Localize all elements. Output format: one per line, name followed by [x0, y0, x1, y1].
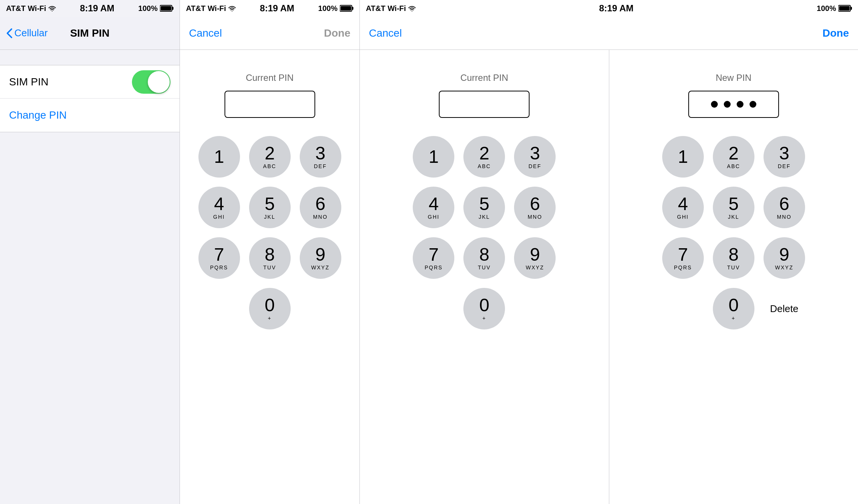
dual-pin-pane: Current PIN 1 2 ABC 3 DEF — [360, 50, 858, 504]
status-bar-3: AT&T Wi-Fi 8:19 AM 100% — [360, 0, 858, 17]
current-pin-input-3[interactable] — [439, 91, 530, 118]
toggle-knob — [148, 71, 170, 93]
pin-dot-2 — [724, 101, 731, 108]
keypad-3-right: 1 2 ABC 3 DEF 4 GHI 5 JKL — [647, 118, 820, 329]
key-7-panel2[interactable]: 7 PQRS — [198, 237, 240, 279]
key-7-left[interactable]: 7 PQRS — [413, 237, 454, 279]
sim-pin-settings-panel: AT&T Wi-Fi 8:19 AM 100% Cellular — [0, 0, 180, 504]
key-9-left[interactable]: 9 WXYZ — [514, 237, 556, 279]
cancel-button-2[interactable]: Cancel — [189, 27, 222, 39]
key-6-left[interactable]: 6 MNO — [514, 187, 556, 228]
battery-icon-3 — [838, 5, 852, 12]
battery-pct-1: 100% — [138, 4, 158, 13]
key-5-right[interactable]: 5 JKL — [713, 187, 754, 228]
pin-dot-4 — [750, 101, 756, 108]
current-pin-label-3: Current PIN — [460, 73, 508, 83]
status-right-1: 100% — [138, 4, 173, 13]
key-2-left[interactable]: 2 ABC — [463, 136, 505, 178]
key-empty-left — [413, 288, 454, 329]
key-9-panel2[interactable]: 9 WXYZ — [300, 237, 341, 279]
current-pin-pane: Current PIN 1 2 ABC 3 DEF — [360, 50, 609, 504]
key-empty-right — [662, 288, 704, 329]
current-pin-section-3: Current PIN — [439, 50, 530, 118]
key-4-panel2[interactable]: 4 GHI — [198, 187, 240, 228]
key-8-right[interactable]: 8 TUV — [713, 237, 754, 279]
key-3-right[interactable]: 3 DEF — [764, 136, 805, 178]
carrier-3: AT&T Wi-Fi — [366, 4, 406, 13]
key-1-left[interactable]: 1 — [413, 136, 454, 178]
current-pin-panel: AT&T Wi-Fi 8:19 AM 100% Cancel Done Curr… — [180, 0, 360, 504]
current-pin-label: Current PIN — [246, 73, 294, 83]
key-0-right[interactable]: 0 + — [713, 288, 754, 329]
key-7-right[interactable]: 7 PQRS — [662, 237, 704, 279]
svg-rect-3 — [161, 6, 171, 11]
status-bar-1: AT&T Wi-Fi 8:19 AM 100% — [0, 0, 180, 17]
key-empty-panel2 — [198, 288, 240, 329]
new-pin-section-3: New PIN — [688, 50, 779, 118]
nav-bar-3: Cancel Done — [360, 17, 858, 50]
time-3: 8:19 AM — [599, 3, 633, 14]
pin-dot-1 — [711, 101, 718, 108]
current-pin-input[interactable] — [225, 91, 315, 118]
key-8-panel2[interactable]: 8 TUV — [249, 237, 291, 279]
key-3-panel2[interactable]: 3 DEF — [300, 136, 341, 178]
svg-rect-11 — [839, 6, 850, 11]
key-2-panel2[interactable]: 2 ABC — [249, 136, 291, 178]
status-right-3: 100% — [817, 4, 852, 13]
status-left-2: AT&T Wi-Fi — [186, 4, 236, 13]
sim-pin-label: SIM PIN — [9, 76, 48, 88]
status-right-2: 100% — [318, 4, 353, 13]
chevron-left-icon — [6, 28, 13, 39]
key-6-panel2[interactable]: 6 MNO — [300, 187, 341, 228]
delete-label: Delete — [770, 303, 798, 315]
svg-point-0 — [52, 11, 53, 12]
key-6-right[interactable]: 6 MNO — [764, 187, 805, 228]
sim-pin-group: SIM PIN Change PIN — [0, 65, 180, 132]
battery-icon-1 — [160, 5, 173, 12]
key-4-left[interactable]: 4 GHI — [413, 187, 454, 228]
nav-bar-2: Cancel Done — [180, 17, 359, 50]
key-1-right[interactable]: 1 — [662, 136, 704, 178]
time-1: 8:19 AM — [80, 3, 114, 14]
key-8-left[interactable]: 8 TUV — [463, 237, 505, 279]
sim-pin-toggle[interactable] — [132, 70, 170, 94]
key-5-left[interactable]: 5 JKL — [463, 187, 505, 228]
svg-rect-2 — [172, 7, 173, 10]
pin-dots — [711, 101, 756, 108]
back-label: Cellular — [14, 27, 48, 39]
key-9-right[interactable]: 9 WXYZ — [764, 237, 805, 279]
battery-pct-3: 100% — [817, 4, 836, 13]
keypad-2: 1 2 ABC 3 DEF 4 GHI 5 JKL 6 MNO — [183, 118, 356, 329]
key-2-right[interactable]: 2 ABC — [713, 136, 754, 178]
new-pin-panel: AT&T Wi-Fi 8:19 AM 100% Cancel Done — [360, 0, 858, 504]
svg-point-4 — [232, 11, 233, 12]
key-5-panel2[interactable]: 5 JKL — [249, 187, 291, 228]
nav-title-1: SIM PIN — [70, 27, 109, 39]
back-button[interactable]: Cellular — [6, 27, 48, 39]
done-button-3[interactable]: Done — [822, 27, 849, 39]
wifi-icon-2 — [228, 5, 236, 11]
status-bar-2: AT&T Wi-Fi 8:19 AM 100% — [180, 0, 359, 17]
svg-point-8 — [412, 11, 413, 12]
key-4-right[interactable]: 4 GHI — [662, 187, 704, 228]
new-pin-input-3[interactable] — [688, 91, 779, 118]
key-0-panel2[interactable]: 0 + — [249, 288, 291, 329]
new-pin-pane: New PIN 1 2 ABC — [609, 50, 858, 504]
change-pin-label: Change PIN — [9, 109, 67, 121]
battery-pct-2: 100% — [318, 4, 338, 13]
settings-section-1: SIM PIN Change PIN — [0, 65, 180, 132]
nav-bar-1: Cellular SIM PIN — [0, 17, 180, 50]
key-3-left[interactable]: 3 DEF — [514, 136, 556, 178]
key-0-left[interactable]: 0 + — [463, 288, 505, 329]
time-2: 8:19 AM — [260, 3, 294, 14]
key-1-panel2[interactable]: 1 — [198, 136, 240, 178]
done-button-2[interactable]: Done — [324, 27, 350, 39]
change-pin-row[interactable]: Change PIN — [0, 99, 180, 132]
carrier-1: AT&T Wi-Fi — [6, 4, 46, 13]
cancel-button-3[interactable]: Cancel — [369, 27, 402, 39]
delete-button[interactable]: Delete — [764, 288, 805, 329]
svg-rect-6 — [352, 7, 353, 10]
keypad-3-left: 1 2 ABC 3 DEF 4 GHI 5 JKL — [398, 118, 571, 329]
battery-icon-2 — [340, 5, 353, 12]
svg-rect-10 — [850, 7, 852, 10]
